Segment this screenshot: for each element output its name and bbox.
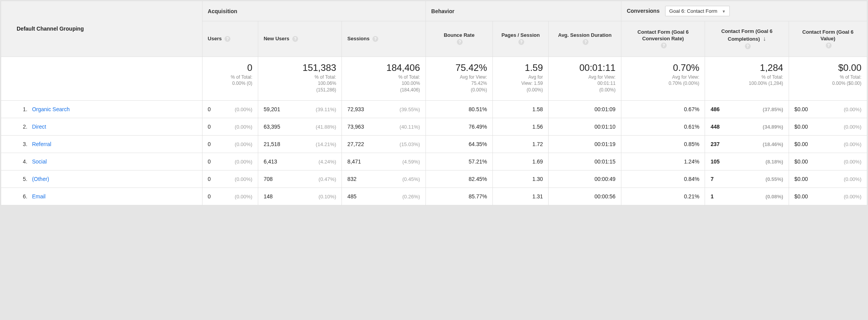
channel-link[interactable]: Email — [32, 193, 46, 200]
row-index: 3. — [1, 135, 29, 153]
summary-avg-session-duration: 00:01:11 Avg for View:00:01:11(0.00%) — [549, 57, 621, 100]
channel-link[interactable]: Organic Search — [32, 106, 70, 112]
cell-pages-session: 1.30 — [492, 170, 548, 188]
cell-conversion-rate: 0.67% — [621, 100, 705, 118]
summary-br-sub: Avg for View:75.42%(0.00%) — [460, 74, 487, 93]
help-icon[interactable]: ? — [225, 36, 230, 42]
conversions-label: Conversions — [627, 8, 660, 14]
help-icon[interactable]: ? — [745, 43, 751, 49]
help-icon[interactable]: ? — [826, 43, 832, 48]
summary-bounce-rate: 75.42% Avg for View:75.42%(0.00%) — [425, 57, 492, 100]
summary-asd-sub: Avg for View:00:01:11(0.00%) — [588, 74, 616, 93]
cell-pages-session: 1.58 — [492, 100, 548, 118]
channel-name-cell: Email — [29, 188, 202, 205]
col-avg-session-duration[interactable]: Avg. Session Duration ? — [549, 21, 621, 57]
col-bounce-rate[interactable]: Bounce Rate ? — [425, 21, 492, 57]
help-icon[interactable]: ? — [292, 36, 298, 42]
cell-new-users: 63,395(41.88%) — [258, 118, 341, 135]
summary-new-users: 151,383 % of Total:100.06%(151,286) — [258, 57, 341, 100]
cell-goal-value: $0.00(0.00%) — [789, 170, 867, 188]
help-icon[interactable]: ? — [583, 39, 588, 45]
summary-pps-value: 1.59 — [498, 62, 543, 73]
col-pages-session[interactable]: Pages / Session ? — [492, 21, 548, 57]
cell-conversion-rate: 1.24% — [621, 153, 705, 170]
col-new-users[interactable]: New Users ? — [258, 21, 341, 57]
channel-link[interactable]: Direct — [32, 124, 46, 130]
chevron-down-icon: ▼ — [722, 9, 726, 14]
goal-selector-label: Goal 6: Contact Form — [669, 8, 717, 14]
cell-completions: 237(18.46%) — [705, 135, 789, 153]
cell-bounce-rate: 85.77% — [425, 188, 492, 205]
channel-name-cell: Social — [29, 153, 202, 170]
cell-sessions: 72,933(39.55%) — [342, 100, 425, 118]
summary-goal-value: $0.00 % of Total:0.00% ($0.00) — [789, 57, 867, 100]
cell-users: 0(0.00%) — [202, 135, 258, 153]
col-goal-value[interactable]: Contact Form (Goal 6 Value) ? — [789, 21, 867, 57]
channel-name-cell: Referral — [29, 135, 202, 153]
help-icon[interactable]: ? — [518, 39, 524, 45]
cell-pages-session: 1.56 — [492, 118, 548, 135]
summary-sessions-sub: % of Total:100.00%(184,406) — [398, 74, 420, 93]
col-completions[interactable]: Contact Form (Goal 6 Completions) ↓ ? — [705, 21, 789, 57]
row-index: 4. — [1, 153, 29, 170]
table-row: 4.Social0(0.00%)6,413(4.24%)8,471(4.59%)… — [1, 153, 867, 170]
cell-goal-value: $0.00(0.00%) — [789, 153, 867, 170]
cell-bounce-rate: 76.49% — [425, 118, 492, 135]
cell-bounce-rate: 57.21% — [425, 153, 492, 170]
summary-sessions-value: 184,406 — [347, 62, 420, 73]
cell-completions: 1(0.08%) — [705, 188, 789, 205]
cell-users: 0(0.00%) — [202, 118, 258, 135]
summary-new-users-sub: % of Total:100.06%(151,286) — [315, 74, 336, 93]
cell-sessions: 8,471(4.59%) — [342, 153, 425, 170]
channel-link[interactable]: Referral — [32, 141, 51, 147]
summary-sessions: 184,406 % of Total:100.00%(184,406) — [342, 57, 425, 100]
table-row: 5.(Other)0(0.00%)708(0.47%)832(0.45%)82.… — [1, 170, 867, 188]
sort-descending-icon: ↓ — [763, 35, 766, 42]
summary-users-sub: % of Total:0.00% (0) — [231, 74, 252, 86]
group-acquisition: Acquisition — [202, 1, 425, 21]
col-asd-label: Avg. Session Duration — [558, 32, 611, 38]
col-conversion-rate[interactable]: Contact Form (Goal 6 Conversion Rate) ? — [621, 21, 705, 57]
cell-new-users: 59,201(39.11%) — [258, 100, 341, 118]
dimension-header[interactable]: Default Channel Grouping — [1, 1, 202, 57]
cell-bounce-rate: 82.45% — [425, 170, 492, 188]
summary-cr-sub: Avg for View:0.70% (0.00%) — [669, 74, 699, 86]
channel-link[interactable]: Social — [32, 158, 47, 165]
help-icon[interactable]: ? — [372, 36, 378, 42]
goal-selector[interactable]: Goal 6: Contact Form ▼ — [665, 6, 730, 16]
cell-users: 0(0.00%) — [202, 153, 258, 170]
cell-conversion-rate: 0.21% — [621, 188, 705, 205]
summary-users-value: 0 — [208, 62, 252, 73]
table-row: 3.Referral0(0.00%)21,518(14.21%)27,722(1… — [1, 135, 867, 153]
cell-avg-session-duration: 00:01:09 — [549, 100, 621, 118]
cell-pages-session: 1.69 — [492, 153, 548, 170]
summary-row: 0 % of Total:0.00% (0) 151,383 % of Tota… — [1, 57, 867, 100]
help-icon[interactable]: ? — [661, 43, 667, 48]
cell-avg-session-duration: 00:01:10 — [549, 118, 621, 135]
col-conv-rate-label: Contact Form (Goal 6 Conversion Rate) — [638, 29, 689, 41]
channel-link[interactable]: (Other) — [32, 176, 49, 182]
cell-completions: 486(37.85%) — [705, 100, 789, 118]
summary-val-sub: % of Total:0.00% ($0.00) — [832, 74, 861, 86]
cell-avg-session-duration: 00:00:56 — [549, 188, 621, 205]
summary-cr-value: 0.70% — [627, 62, 699, 73]
summary-completions: 1,284 % of Total:100.00% (1,284) — [705, 57, 789, 100]
cell-pages-session: 1.72 — [492, 135, 548, 153]
cell-new-users: 21,518(14.21%) — [258, 135, 341, 153]
table-row: 1.Organic Search0(0.00%)59,201(39.11%)72… — [1, 100, 867, 118]
cell-users: 0(0.00%) — [202, 170, 258, 188]
cell-completions: 105(8.18%) — [705, 153, 789, 170]
summary-new-users-value: 151,383 — [264, 62, 336, 73]
col-sessions[interactable]: Sessions ? — [342, 21, 425, 57]
col-users[interactable]: Users ? — [202, 21, 258, 57]
cell-sessions: 485(0.26%) — [342, 188, 425, 205]
cell-completions: 7(0.55%) — [705, 170, 789, 188]
help-icon[interactable]: ? — [457, 39, 463, 45]
cell-sessions: 832(0.45%) — [342, 170, 425, 188]
row-index: 2. — [1, 118, 29, 135]
row-index: 6. — [1, 188, 29, 205]
summary-val-value: $0.00 — [794, 62, 861, 73]
cell-users: 0(0.00%) — [202, 188, 258, 205]
cell-conversion-rate: 0.84% — [621, 170, 705, 188]
col-new-users-label: New Users — [264, 36, 289, 41]
